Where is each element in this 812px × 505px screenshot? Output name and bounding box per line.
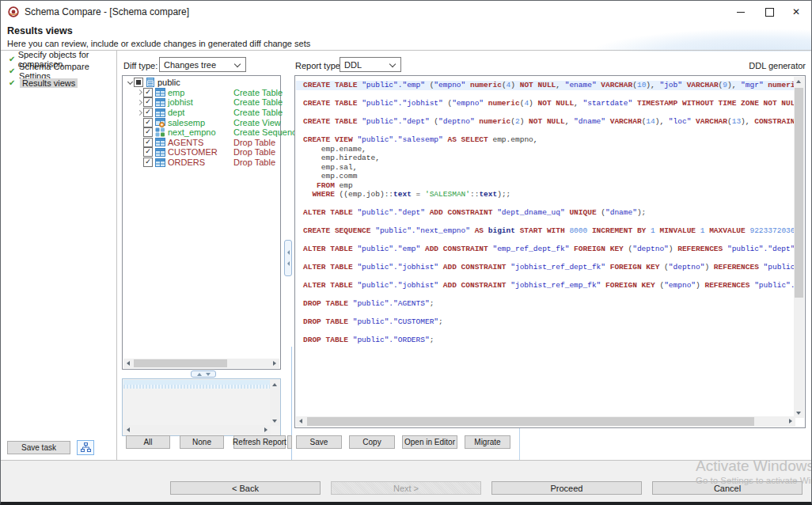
scroll-left-icon[interactable] <box>123 425 133 435</box>
code-line: CREATE SEQUENCE "public"."next_empno" AS… <box>303 226 794 236</box>
ddl-code[interactable]: CREATE TABLE "public"."emp" ("empno" num… <box>296 77 794 416</box>
checkbox[interactable] <box>134 78 143 87</box>
tree-horizontal-scrollbar[interactable] <box>123 359 279 368</box>
collapse-left-icon <box>287 261 290 266</box>
vertical-splitter-handle[interactable] <box>284 240 292 276</box>
scroll-right-icon[interactable] <box>270 359 279 368</box>
chevron-down-icon[interactable] <box>126 82 134 84</box>
tree-row[interactable]: ✓next_empnoCreate Sequence <box>123 127 280 138</box>
code-line <box>303 290 794 300</box>
check-mark: ✓ <box>145 139 151 146</box>
checkbox[interactable]: ✓ <box>143 138 153 147</box>
save-task-button[interactable]: Save task <box>7 441 70 454</box>
table-icon <box>155 138 165 146</box>
ddl-horizontal-scrollbar[interactable] <box>296 416 795 427</box>
proceed-button[interactable]: Proceed <box>491 481 642 495</box>
checkbox[interactable]: ✓ <box>143 88 153 97</box>
app-icon <box>8 6 19 17</box>
tree-item-action: Drop Table <box>233 147 275 157</box>
tree-item-name: salesemp <box>168 118 205 127</box>
save-button[interactable]: Save <box>296 435 342 449</box>
code-line: DROP TABLE "public"."CUSTOMER"; <box>303 317 794 327</box>
tree-row[interactable]: ✓jobhistCreate Table <box>123 97 280 108</box>
code-line: emp.sal, <box>303 163 794 173</box>
preview-horizontal-scrollbar[interactable] <box>123 425 271 435</box>
tree-row[interactable]: ✓CUSTOMERDrop Table <box>123 147 280 158</box>
code-line <box>303 199 794 209</box>
checkbox[interactable]: ✓ <box>143 158 153 167</box>
code-line: FROM emp <box>303 181 794 191</box>
scroll-right-icon[interactable] <box>261 425 271 435</box>
tree-row[interactable]: ✓deptCreate Table <box>123 108 280 118</box>
chevron-right-icon[interactable] <box>135 90 143 94</box>
checkbox[interactable]: ✓ <box>143 127 153 137</box>
check-mark: ✓ <box>145 98 151 105</box>
scroll-right-icon[interactable] <box>786 416 795 426</box>
tree-row[interactable]: ✓ORDERSDrop Table <box>123 158 280 168</box>
maximize-button[interactable] <box>756 1 783 23</box>
report-type-value: DDL <box>344 60 362 70</box>
scroll-up-icon[interactable] <box>794 77 803 86</box>
checkbox[interactable]: ✓ <box>143 147 153 157</box>
table-icon <box>155 148 165 157</box>
step-check-icon: ✔ <box>9 55 18 63</box>
tree-item-name: emp <box>168 88 184 97</box>
tree-item-name: AGENTS <box>168 138 203 147</box>
horizontal-splitter-handle[interactable] <box>191 370 216 378</box>
scroll-left-icon[interactable] <box>296 416 305 426</box>
scroll-left-icon[interactable] <box>123 359 133 368</box>
partial-check-mark <box>136 80 141 85</box>
report-button-row: SaveCopyOpen in EditorMigrate <box>296 435 510 449</box>
title-bar: Schema Compare - [Schema compare] ✕ <box>1 1 811 23</box>
step-check-icon: ✔ <box>9 78 20 87</box>
clipped-button[interactable] <box>287 435 292 449</box>
close-button[interactable]: ✕ <box>783 1 810 23</box>
code-line: emp.ename, <box>303 145 794 154</box>
ddl-report-editor[interactable]: CREATE TABLE "public"."emp" ("empno" num… <box>294 75 806 428</box>
nav-divider <box>116 50 117 460</box>
scrollbar-thumb[interactable] <box>134 359 227 367</box>
tree-item-action: Drop Table <box>233 158 275 167</box>
changes-tree[interactable]: public✓empCreate Table✓jobhistCreate Tab… <box>122 75 281 370</box>
tree-item-name: jobhist <box>168 97 193 107</box>
header-divider <box>1 50 811 51</box>
scrollbar-thumb[interactable] <box>795 88 803 298</box>
migrate-button[interactable]: Migrate <box>465 435 510 449</box>
code-line <box>303 218 794 227</box>
none-button[interactable]: None <box>180 435 224 449</box>
check-mark: ✓ <box>145 148 151 155</box>
chevron-right-icon[interactable] <box>135 111 143 115</box>
checkbox[interactable]: ✓ <box>143 97 153 107</box>
tree-row[interactable]: ✓salesempCreate View <box>123 117 280 127</box>
code-line <box>303 309 794 318</box>
scroll-down-icon[interactable] <box>270 416 279 426</box>
code-line <box>303 272 794 282</box>
scrollbar-thumb[interactable] <box>307 417 754 426</box>
copy-button[interactable]: Copy <box>349 435 395 449</box>
tree-item-name: dept <box>168 108 184 117</box>
tree-row[interactable]: ✓empCreate Table <box>123 88 280 98</box>
back-button[interactable]: < Back <box>170 481 321 495</box>
refresh-report-button[interactable]: Refresh Report <box>233 435 286 449</box>
report-type-select[interactable]: DDL <box>340 57 401 72</box>
code-line: ALTER TABLE "public"."jobhist" ADD CONST… <box>303 263 794 272</box>
tree-row[interactable]: public <box>123 78 280 88</box>
open-in-editor-button[interactable]: Open in Editor <box>402 435 457 449</box>
minimize-button[interactable] <box>727 1 754 23</box>
ddl-vertical-scrollbar[interactable] <box>794 77 804 418</box>
code-line: CREATE VIEW "public"."salesemp" AS SELEC… <box>303 135 794 145</box>
checkbox[interactable]: ✓ <box>143 108 153 117</box>
preview-vertical-scrollbar[interactable] <box>270 380 279 426</box>
connection-settings-button[interactable] <box>77 440 94 455</box>
all-button[interactable]: All <box>126 435 170 449</box>
step-item[interactable]: ✔Schema Compare Settings <box>1 65 116 77</box>
diff-type-select[interactable]: Changes tree <box>159 57 246 72</box>
checkbox[interactable]: ✓ <box>143 118 153 127</box>
scroll-up-icon[interactable] <box>270 380 279 389</box>
change-preview-panel[interactable] <box>122 378 281 436</box>
tree-row[interactable]: ✓AGENTSDrop Table <box>123 138 280 148</box>
check-mark: ✓ <box>145 108 151 116</box>
chevron-right-icon[interactable] <box>135 101 143 104</box>
tree-item-name: ORDERS <box>168 158 205 167</box>
code-line <box>303 254 794 264</box>
